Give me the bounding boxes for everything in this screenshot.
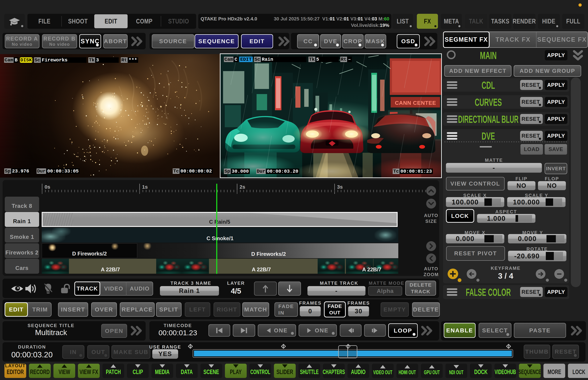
svg-text:CANN CENTEE: CANN CENTEE — [395, 100, 436, 106]
